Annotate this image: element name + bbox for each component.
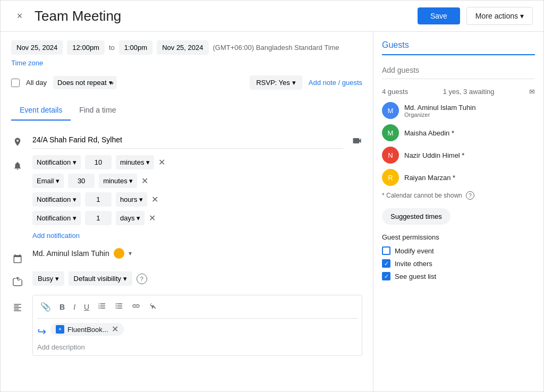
rsvp-button[interactable]: RSVP: Yes ▾ <box>250 75 302 90</box>
ordered-list-button[interactable] <box>95 300 109 314</box>
location-input[interactable] <box>32 131 343 149</box>
unordered-list-button[interactable] <box>112 300 126 314</box>
guests-summary: 4 guests 1 yes, 3 awaiting ✉ <box>382 88 535 96</box>
invite-others-checkbox[interactable]: ✓ <box>382 259 390 268</box>
notif-type-select-3[interactable]: Notification ▾ <box>32 192 81 207</box>
status-content: Busy ▾ Default visibility ▾ ? <box>32 271 362 286</box>
bell-icon <box>11 159 24 172</box>
busy-select[interactable]: Busy ▾ <box>32 271 64 286</box>
add-guests-input[interactable] <box>382 62 535 79</box>
guest-info-0: Md. Aminul Islam Tuhin Organizer <box>404 104 535 118</box>
suggested-times-button[interactable]: Suggested times <box>382 208 450 225</box>
timezone-link[interactable]: Time zone <box>11 59 43 67</box>
modify-event-checkbox[interactable] <box>382 246 390 255</box>
notif-remove-2[interactable]: ✕ <box>141 176 148 186</box>
notif-value-3[interactable] <box>85 192 112 207</box>
end-time-button[interactable]: 1:00pm <box>119 40 152 55</box>
calendar-dropdown-arrow[interactable]: ▾ <box>129 250 132 257</box>
location-icon <box>11 135 24 148</box>
header: × Team Meeting Save More actions ▾ <box>1 1 543 32</box>
notif-row-4: Notification ▾ days ▾ ✕ <box>32 211 362 225</box>
align-left-icon <box>11 301 24 314</box>
notif-remove-1[interactable]: ✕ <box>158 157 165 167</box>
datetime-row: Nov 25, 2024 12:00pm to 1:00pm Nov 25, 2… <box>11 40 362 67</box>
tabs: Event details Find a time <box>11 100 362 121</box>
visibility-select[interactable]: Default visibility ▾ <box>69 271 132 286</box>
close-icon: × <box>17 11 23 22</box>
notif-unit-4[interactable]: days ▾ <box>116 211 144 225</box>
location-video-icon[interactable] <box>352 135 362 148</box>
allday-checkbox[interactable] <box>11 79 20 87</box>
more-actions-button[interactable]: More actions ▾ <box>466 7 533 25</box>
app-container: × Team Meeting Save More actions ▾ Nov 2… <box>0 0 544 392</box>
repeat-chevron-icon: ▾ <box>109 79 113 87</box>
notifications-content: Notification ▾ minutes ▾ ✕ Email ▾ minut… <box>32 155 362 242</box>
to-label: to <box>109 44 115 52</box>
remove-format-button[interactable] <box>146 300 160 314</box>
link-button[interactable] <box>129 300 143 314</box>
start-time-button[interactable]: 12:00pm <box>67 40 105 55</box>
rsvp-chevron-icon: ▾ <box>292 79 296 87</box>
guest-info-1: Maisha Abedin * <box>404 129 535 137</box>
notifications-row: Notification ▾ minutes ▾ ✕ Email ▾ minut… <box>11 155 362 242</box>
help-icon[interactable]: ? <box>137 274 147 284</box>
bold-button[interactable]: B <box>56 301 68 313</box>
guest-item-1: M Maisha Abedin * <box>382 124 535 141</box>
permission-row-2: ✓ See guest list <box>382 272 535 280</box>
calendar-row: Md. Aminul Islam Tuhin ▾ <box>11 248 362 265</box>
status-row: Busy ▾ Default visibility ▾ ? <box>11 271 362 288</box>
avatar-2: N <box>382 147 399 164</box>
notif-type-select-2[interactable]: Email ▾ <box>32 174 64 188</box>
see-guest-list-checkbox[interactable]: ✓ <box>382 272 390 280</box>
attachment-remove-button[interactable]: ✕ <box>112 325 118 334</box>
invite-others-checkmark: ✓ <box>384 260 389 267</box>
right-panel: Guests 4 guests 1 yes, 3 awaiting ✉ M Md… <box>373 32 543 391</box>
repeat-select-wrapper: Does not repeat ▾ <box>53 76 117 89</box>
notif-value-1[interactable] <box>85 155 112 169</box>
attach-button[interactable]: 📎 <box>37 300 54 314</box>
notif-type-select-4[interactable]: Notification ▾ <box>32 211 81 225</box>
permissions-title: Guest permissions <box>382 233 535 241</box>
add-description-placeholder[interactable]: Add description <box>37 343 358 351</box>
calendar-color-circle[interactable] <box>114 248 124 259</box>
permission-row-1: ✓ Invite others <box>382 259 535 268</box>
chevron-down-icon: ▾ <box>520 12 524 20</box>
notif-value-2[interactable] <box>68 174 95 188</box>
notif-remove-3[interactable]: ✕ <box>151 194 158 204</box>
close-button[interactable]: × <box>11 7 28 24</box>
tab-find-time[interactable]: Find a time <box>71 100 124 121</box>
notif-row-3: Notification ▾ hours ▾ ✕ <box>32 192 362 207</box>
description-row: 📎 B I U <box>11 295 362 356</box>
timezone-label: (GMT+06:00) Bangladesh Standard Time <box>213 44 339 52</box>
add-note-button[interactable]: Add note / guests <box>309 79 362 87</box>
guests-awaiting: 1 yes, 3 awaiting <box>443 88 495 96</box>
end-date-button[interactable]: Nov 25, 2024 <box>157 40 208 55</box>
calendar-icon <box>11 252 24 265</box>
guests-title: Guests <box>382 40 535 55</box>
repeat-select[interactable]: Does not repeat ▾ <box>53 76 117 89</box>
permission-row-0: Modify event <box>382 246 535 255</box>
calendar-note-help-icon[interactable]: ? <box>466 191 474 200</box>
notif-unit-3[interactable]: hours ▾ <box>116 192 147 207</box>
notif-type-select-1[interactable]: Notification ▾ <box>32 155 81 169</box>
add-notification-button[interactable]: Add notification <box>32 229 80 242</box>
notif-unit-1[interactable]: minutes ▾ <box>116 155 154 169</box>
notif-unit-2[interactable]: minutes ▾ <box>99 174 137 188</box>
briefcase-icon <box>11 276 24 288</box>
italic-button[interactable]: I <box>70 301 79 313</box>
description-area[interactable]: 📎 B I U <box>32 295 362 356</box>
description-toolbar: 📎 B I U <box>37 300 358 319</box>
start-date-button[interactable]: Nov 25, 2024 <box>11 40 63 55</box>
save-button[interactable]: Save <box>418 7 460 24</box>
notif-remove-4[interactable]: ✕ <box>149 213 156 223</box>
tab-event-details[interactable]: Event details <box>11 100 71 121</box>
notif-value-4[interactable] <box>85 211 112 225</box>
body: Nov 25, 2024 12:00pm to 1:00pm Nov 25, 2… <box>1 32 543 391</box>
guest-role-0: Organizer <box>404 112 535 118</box>
avatar-3: R <box>382 169 399 186</box>
underline-button[interactable]: U <box>81 301 92 313</box>
guest-info-3: Raiyan Marzan * <box>404 174 535 182</box>
curved-arrow-icon: ↩ <box>37 325 46 338</box>
mail-icon[interactable]: ✉ <box>529 88 535 96</box>
guest-name-0: Md. Aminul Islam Tuhin <box>404 104 535 112</box>
